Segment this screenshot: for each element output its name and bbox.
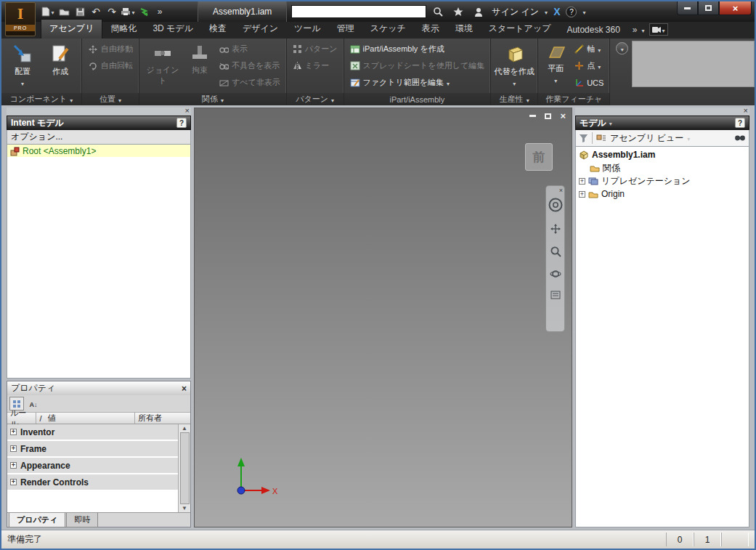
- tab-design[interactable]: デザイン: [235, 20, 286, 39]
- tree-node-origin[interactable]: Origin: [576, 187, 749, 201]
- redo-button[interactable]: ↷: [105, 4, 119, 20]
- sign-in-dropdown-icon[interactable]: [545, 7, 548, 17]
- application-menu-button[interactable]: I PRO: [5, 2, 36, 36]
- model-panel-header[interactable]: モデル ?: [575, 116, 749, 130]
- tab-properties[interactable]: プロパティ: [9, 513, 65, 527]
- expand-icon[interactable]: [10, 429, 17, 435]
- property-row-inventor[interactable]: Inventor: [7, 424, 178, 441]
- model-help-button[interactable]: ?: [735, 118, 745, 128]
- sign-in-button[interactable]: [471, 4, 486, 20]
- properties-scrollbar[interactable]: ▲ ▼: [178, 424, 190, 512]
- navbar-close-icon[interactable]: [559, 187, 563, 194]
- help-search-input[interactable]: [291, 5, 426, 18]
- expand-icon[interactable]: [10, 479, 17, 485]
- tab-overflow-chevron[interactable]: »: [633, 25, 638, 35]
- model-header-dropdown-icon[interactable]: [609, 118, 612, 128]
- doc-close-icon[interactable]: [560, 110, 566, 121]
- expand-icon[interactable]: [10, 445, 17, 452]
- tree-node-representations[interactable]: リプレゼンテーション: [576, 174, 749, 187]
- create-substitute-button[interactable]: 代替を作成: [494, 41, 535, 87]
- show-button[interactable]: 表示: [216, 41, 283, 57]
- help-dropdown-icon[interactable]: [582, 7, 585, 17]
- property-row-frame[interactable]: Frame: [7, 441, 178, 458]
- pan-icon[interactable]: [550, 223, 561, 235]
- property-row-appearance[interactable]: Appearance: [7, 458, 178, 474]
- doc-restore-icon[interactable]: [545, 113, 551, 119]
- open-button[interactable]: [57, 4, 71, 20]
- tab-inspect[interactable]: 検査: [201, 20, 235, 39]
- zoom-icon[interactable]: [550, 246, 561, 257]
- intent-options-link[interactable]: オプション...: [7, 130, 191, 145]
- create-component-button[interactable]: 作成: [42, 41, 78, 77]
- joint-button[interactable]: ジョイント: [142, 41, 183, 86]
- expand-icon[interactable]: [10, 462, 17, 469]
- restore-button[interactable]: [698, 1, 719, 15]
- tab-view[interactable]: 表示: [414, 20, 447, 39]
- group-label-component[interactable]: コンポーネント: [1, 93, 81, 105]
- favorites-button[interactable]: [451, 4, 466, 20]
- help-button[interactable]: ?: [566, 7, 577, 17]
- toolbar-overflow-button[interactable]: »: [153, 4, 167, 20]
- tab-environments[interactable]: 環境: [447, 20, 481, 39]
- tab-tools[interactable]: ツール: [286, 20, 329, 39]
- intent-root-node[interactable]: Root <Assembly1>: [7, 145, 190, 157]
- column-owner[interactable]: 所有者: [135, 413, 190, 424]
- create-ipart-button[interactable]: iPart/iAssembly を作成: [347, 41, 488, 57]
- column-rule[interactable]: ルール: [7, 413, 36, 424]
- panel-grip[interactable]: [575, 108, 749, 116]
- tab-autodesk-360[interactable]: Autodesk 360: [558, 22, 627, 39]
- scroll-down-icon[interactable]: ▼: [182, 505, 187, 511]
- tab-sketch[interactable]: スケッチ: [362, 20, 414, 39]
- minimize-button[interactable]: [677, 1, 698, 15]
- group-label-productivity[interactable]: 生産性: [491, 93, 537, 105]
- view-mode-dropdown-icon[interactable]: [687, 133, 690, 143]
- panel-grip[interactable]: [7, 108, 191, 116]
- edit-factory-scope-button[interactable]: ファクトリ範囲を編集: [347, 74, 488, 91]
- filter-icon[interactable]: [579, 134, 588, 143]
- panel-close-icon[interactable]: [185, 106, 190, 115]
- plane-button[interactable]: 平面: [541, 41, 570, 84]
- tab-manage[interactable]: 管理: [329, 20, 362, 39]
- tree-node-relationships[interactable]: 関係: [576, 161, 749, 174]
- navigation-wheel-icon[interactable]: [548, 198, 563, 212]
- axis-button[interactable]: 軸: [572, 41, 606, 57]
- group-label-relationships[interactable]: 関係: [139, 93, 286, 105]
- tab-assembly[interactable]: アセンブリ: [41, 19, 102, 39]
- search-button[interactable]: [431, 4, 445, 20]
- tab-instant[interactable]: 即時: [66, 513, 98, 527]
- new-document-button[interactable]: [41, 4, 55, 20]
- mirror-button[interactable]: ミラー: [290, 57, 341, 74]
- video-help-button[interactable]: [649, 23, 668, 36]
- free-move-button[interactable]: 自由移動: [85, 41, 136, 57]
- ribbon-collapse-button[interactable]: [616, 42, 628, 54]
- tree-node-assembly-root[interactable]: Assembly1.iam: [576, 148, 749, 161]
- view-mode-selector[interactable]: アセンブリ ビュー: [610, 132, 683, 145]
- point-button[interactable]: 点: [572, 57, 606, 74]
- viewport-3d[interactable]: 前 X: [194, 108, 572, 527]
- tab-get-started[interactable]: スタートアップ: [481, 20, 559, 39]
- place-component-button[interactable]: 配置: [4, 41, 41, 87]
- print-button[interactable]: [121, 4, 135, 20]
- orbit-icon[interactable]: [550, 268, 561, 280]
- scroll-up-icon[interactable]: ▲: [182, 425, 187, 432]
- scrollbar-thumb[interactable]: [180, 432, 190, 504]
- exchange-apps-icon[interactable]: X: [553, 6, 560, 17]
- constrain-button[interactable]: 拘束: [184, 41, 215, 76]
- find-icon[interactable]: [734, 134, 746, 142]
- properties-header[interactable]: プロパティ: [7, 381, 190, 395]
- viewcube[interactable]: 前: [525, 143, 553, 171]
- undo-button[interactable]: ↶: [89, 4, 103, 20]
- properties-close-icon[interactable]: [182, 384, 187, 394]
- navbar-menu-icon[interactable]: [550, 291, 561, 299]
- panel-close-icon[interactable]: [744, 106, 748, 115]
- ucs-button[interactable]: UCS: [572, 74, 606, 91]
- close-button[interactable]: [719, 1, 752, 15]
- intent-help-button[interactable]: ?: [176, 118, 187, 128]
- property-row-render-controls[interactable]: Render Controls: [7, 474, 178, 491]
- save-button[interactable]: [73, 4, 87, 20]
- sign-in-label[interactable]: サイン イン: [492, 6, 539, 18]
- expand-icon[interactable]: [579, 191, 585, 198]
- group-label-pattern[interactable]: パターン: [287, 93, 344, 105]
- group-label-position[interactable]: 位置: [82, 93, 139, 105]
- edit-via-spreadsheet-button[interactable]: スプレッドシートを使用して編集: [347, 57, 488, 74]
